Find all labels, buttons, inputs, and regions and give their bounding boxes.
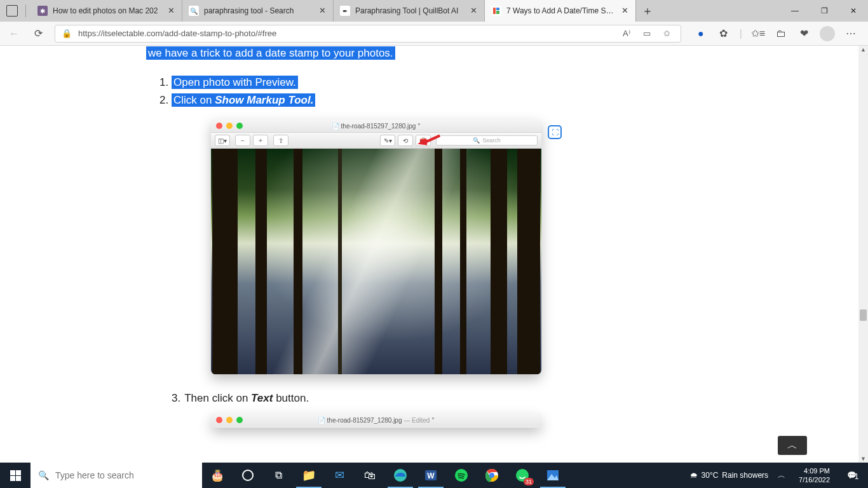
favicon-icon: ✱ <box>37 6 48 16</box>
zoom-out-icon: − <box>235 135 250 146</box>
taskbar-app-misc[interactable]: 🎂 <box>202 463 233 488</box>
file-explorer-icon[interactable]: 📁 <box>294 463 324 488</box>
browser-toolbar: ← ⟳ 🔒 https://itselectable.com/add-date-… <box>0 22 868 46</box>
windows-logo-icon <box>10 470 21 481</box>
windows-taskbar: 🔍 Type here to search 🎂 ⧉ 📁 ✉ 🛍 W 31 🌧 3… <box>0 463 868 488</box>
clock-time: 4:09 PM <box>799 466 830 475</box>
menu-icon[interactable]: ⋯ <box>844 27 858 41</box>
steps-list: Open photo with Preview. Click on Show M… <box>172 74 718 109</box>
favorite-star-icon[interactable]: ✩ <box>660 27 674 41</box>
step-item: Click on Show Markup Tool. <box>172 92 718 109</box>
mac-search-field: 🔍 Search <box>436 135 538 146</box>
read-aloud-icon[interactable]: A⁾ <box>620 27 634 41</box>
mac-window-title: 📄 the-road-815297_1280.jpg — Edited ˅ <box>211 417 541 424</box>
scroll-down-icon[interactable]: ▼ <box>858 455 868 463</box>
mac-titlebar: 📄 the-road-815297_1280.jpg — Edited ˅ <box>211 414 541 426</box>
task-view-icon[interactable]: ⧉ <box>263 463 294 488</box>
svg-rect-0 <box>493 8 496 14</box>
scrollbar-thumb[interactable] <box>860 309 867 321</box>
tab-itselectable[interactable]: 7 Ways to Add A Date/Time Stam ✕ <box>485 0 636 22</box>
close-tab-icon[interactable]: ✕ <box>620 6 629 15</box>
favicon-icon <box>491 6 501 16</box>
site-info-lock-icon[interactable]: 🔒 <box>62 29 72 38</box>
svg-rect-2 <box>496 11 499 14</box>
svg-text:W: W <box>427 471 435 480</box>
search-placeholder: Type here to search <box>55 470 134 480</box>
close-window-button[interactable]: ✕ <box>839 0 868 22</box>
collections-icon[interactable]: 🗀 <box>774 27 788 41</box>
scroll-to-top-button[interactable]: ︿ <box>778 436 807 455</box>
mac-window-title: 📄 the-road-815297_1280.jpg ˅ <box>211 123 541 130</box>
maximize-button[interactable]: ❐ <box>810 0 839 22</box>
browser-titlebar: ✱ How to edit photos on Mac 202 ✕ 🔍 para… <box>0 0 868 22</box>
reader-mode-icon[interactable]: ▭ <box>640 27 654 41</box>
spotify-icon[interactable] <box>446 463 477 488</box>
weather-temp: 30°C <box>702 471 719 480</box>
forest-photo <box>211 149 541 374</box>
favorites-icon[interactable]: ✩≡ <box>751 27 765 41</box>
highlighted-text: we have a trick to add a date stamp to y… <box>146 46 395 60</box>
close-tab-icon[interactable]: ✕ <box>318 6 327 15</box>
action-center-icon[interactable]: 💬1 <box>840 463 863 488</box>
clock-date: 7/16/2022 <box>799 475 830 484</box>
close-tab-icon[interactable]: ✕ <box>469 6 478 15</box>
tab-quillbot[interactable]: ✒ Paraphrasing Tool | QuillBot AI ✕ <box>334 0 485 22</box>
mac-preview-toolbar: ◫▾ − ＋ ⇪ ✎▾ ⟲ 🧰 🔍 Search <box>211 132 541 149</box>
svg-marker-3 <box>417 134 440 145</box>
start-button[interactable] <box>0 463 31 488</box>
mac-preview-screenshot-2: 📄 the-road-815297_1280.jpg — Edited ˅ <box>211 414 541 428</box>
chrome-icon[interactable] <box>477 463 507 488</box>
ms-word-icon[interactable]: W <box>416 463 446 488</box>
tab-label: How to edit photos on Mac 202 <box>53 6 161 15</box>
back-button: ← <box>6 26 22 41</box>
scroll-up-icon[interactable]: ▲ <box>858 46 868 53</box>
extensions-icon[interactable]: ✿ <box>717 27 731 41</box>
mail-icon[interactable]: ✉ <box>324 463 355 488</box>
weather-text: Rain showers <box>722 471 768 480</box>
new-tab-button[interactable]: ＋ <box>636 0 659 22</box>
taskbar-clock[interactable]: 4:09 PM 7/16/2022 <box>795 466 834 484</box>
sidebar-toggle-icon: ◫▾ <box>215 135 230 146</box>
zoom-in-icon: ＋ <box>253 135 268 146</box>
rotate-icon: ⟲ <box>398 135 413 146</box>
highlight-icon: ✎▾ <box>380 135 395 146</box>
page-viewport: we have a trick to add a date stamp to y… <box>0 46 868 463</box>
minimize-button[interactable]: — <box>780 0 810 22</box>
tray-chevron-icon[interactable]: ︿ <box>775 468 789 482</box>
favicon-icon: ✒ <box>340 6 350 16</box>
badge-count: 31 <box>524 478 534 485</box>
whatsapp-icon[interactable]: 31 <box>507 463 538 488</box>
tab-paraphrasing-search[interactable]: 🔍 paraphrasing tool - Search ✕ <box>182 0 334 22</box>
health-icon[interactable]: ❤ <box>797 27 811 41</box>
svg-point-9 <box>489 473 494 478</box>
tab-label: paraphrasing tool - Search <box>204 6 313 15</box>
step-keyword: Text <box>251 392 273 404</box>
taskbar-search[interactable]: 🔍 Type here to search <box>31 463 202 488</box>
tab-howto-mac[interactable]: ✱ How to edit photos on Mac 202 ✕ <box>31 0 182 22</box>
taskbar-pinned-apps: 🎂 ⧉ 📁 ✉ 🛍 W 31 <box>202 463 568 488</box>
profile-avatar[interactable] <box>820 26 835 41</box>
weather-icon: 🌧 <box>690 471 698 480</box>
system-tray: 🌧 30°C Rain showers ︿ 4:09 PM 7/16/2022 … <box>690 463 868 488</box>
refresh-button[interactable]: ⟳ <box>31 26 46 41</box>
smart-capture-icon[interactable]: ⛶ <box>548 125 562 139</box>
vertical-scrollbar[interactable]: ▲ ▼ <box>858 46 868 463</box>
tab-label: Paraphrasing Tool | QuillBot AI <box>355 6 464 15</box>
cortana-icon[interactable] <box>233 463 263 488</box>
step-item: Open photo with Preview. <box>172 74 718 92</box>
edge-browser-icon[interactable] <box>385 463 416 488</box>
favicon-icon: 🔍 <box>189 6 199 16</box>
photos-icon[interactable] <box>538 463 568 488</box>
divider <box>25 4 26 17</box>
address-bar[interactable]: 🔒 https://itselectable.com/add-date-stam… <box>55 25 681 43</box>
close-tab-icon[interactable]: ✕ <box>166 6 175 15</box>
weather-widget[interactable]: 🌧 30°C Rain showers <box>690 471 769 480</box>
step-text: button. <box>273 392 309 404</box>
tab-actions-icon[interactable] <box>5 4 19 18</box>
ms-store-icon[interactable]: 🛍 <box>355 463 385 488</box>
article-content: we have a trick to add a date stamp to y… <box>146 47 718 428</box>
tab-strip: ✱ How to edit photos on Mac 202 ✕ 🔍 para… <box>31 0 780 22</box>
url-text: https://itselectable.com/add-date-stamp-… <box>78 29 613 38</box>
red-arrow-annotation-icon <box>417 133 442 147</box>
extension-blue-icon[interactable]: ● <box>694 27 708 41</box>
